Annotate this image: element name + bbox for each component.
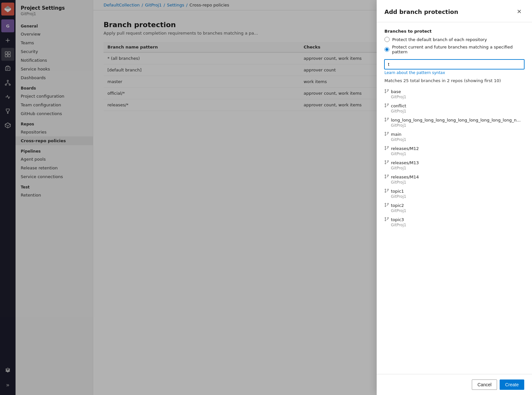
list-item: topic3 GitProj1	[384, 215, 524, 229]
modal-header: Add branch protection ✕	[377, 0, 532, 22]
branch-repo: GitProj1	[384, 152, 524, 156]
branch-name: base	[384, 89, 524, 94]
svg-point-11	[385, 104, 386, 105]
branch-icon	[384, 103, 389, 109]
svg-point-31	[385, 192, 386, 193]
branch-name: topic1	[384, 188, 524, 194]
svg-point-35	[385, 218, 386, 219]
branch-repo: GitProj1	[384, 123, 524, 128]
radio-group: Protect the default branch of each repos…	[384, 37, 524, 54]
svg-point-34	[385, 206, 386, 207]
branch-name: long_long_long_long_long_long_long_long_…	[384, 117, 524, 123]
modal-footer: Cancel Create	[377, 374, 532, 395]
branch-repo: GitProj1	[384, 180, 524, 185]
svg-point-28	[385, 177, 386, 178]
branch-icon	[384, 117, 389, 123]
svg-point-13	[385, 106, 386, 107]
svg-point-17	[385, 132, 386, 133]
svg-point-19	[385, 135, 386, 136]
pattern-input[interactable]	[384, 59, 524, 69]
modal-panel: Add branch protection ✕ Branches to prot…	[377, 0, 532, 395]
branches-section-label: Branches to protect	[384, 29, 524, 34]
branch-name: topic2	[384, 203, 524, 208]
radio-default-input[interactable]	[384, 37, 390, 42]
branch-repo: GitProj1	[384, 95, 524, 99]
svg-point-22	[385, 149, 386, 150]
branch-icon	[384, 174, 389, 180]
radio-pattern-label: Protect current and future branches matc…	[392, 45, 524, 54]
svg-point-8	[385, 90, 386, 91]
list-item: conflict GitProj1	[384, 101, 524, 115]
radio-pattern-input[interactable]	[384, 47, 389, 52]
branch-name: releases/M14	[384, 174, 524, 180]
svg-point-37	[385, 220, 386, 221]
branch-icon	[384, 146, 389, 151]
modal-close-button[interactable]: ✕	[514, 6, 524, 17]
branch-repo: GitProj1	[384, 223, 524, 227]
branch-name: releases/M12	[384, 146, 524, 151]
branch-icon	[384, 217, 389, 222]
list-item: releases/M14 GitProj1	[384, 172, 524, 187]
branch-icon	[384, 132, 389, 137]
branch-repo: GitProj1	[384, 166, 524, 170]
svg-point-25	[385, 163, 386, 164]
branch-repo: GitProj1	[384, 208, 524, 213]
radio-default-branch[interactable]: Protect the default branch of each repos…	[384, 37, 524, 42]
list-item: main GitProj1	[384, 130, 524, 144]
branch-icon	[384, 188, 389, 194]
list-item: topic1 GitProj1	[384, 187, 524, 201]
branch-name: main	[384, 132, 524, 137]
branch-icon	[384, 203, 389, 208]
svg-point-14	[385, 118, 386, 119]
branch-icon	[384, 89, 389, 94]
svg-point-32	[385, 203, 386, 204]
svg-point-26	[385, 175, 386, 176]
modal-body: Branches to protect Protect the default …	[377, 22, 532, 374]
radio-default-label: Protect the default branch of each repos…	[392, 37, 487, 42]
branch-repo: GitProj1	[384, 137, 524, 142]
branch-name: topic3	[384, 217, 524, 222]
svg-point-20	[385, 146, 386, 147]
learn-pattern-link[interactable]: Learn about the pattern syntax	[384, 70, 524, 75]
branch-repo: GitProj1	[384, 194, 524, 199]
svg-point-23	[385, 161, 386, 162]
create-button[interactable]: Create	[500, 379, 524, 390]
list-item: releases/M13 GitProj1	[384, 158, 524, 172]
list-item: releases/M12 GitProj1	[384, 144, 524, 158]
svg-point-29	[385, 189, 386, 190]
modal-overlay: Add branch protection ✕ Branches to prot…	[0, 0, 532, 395]
list-item: long_long_long_long_long_long_long_long_…	[384, 115, 524, 130]
modal-title: Add branch protection	[384, 8, 458, 15]
branch-list: base GitProj1 conflict GitProj1	[384, 87, 524, 229]
match-summary: Matches 25 total branches in 2 repos (sh…	[384, 78, 524, 83]
branch-repo: GitProj1	[384, 109, 524, 113]
list-item: topic2 GitProj1	[384, 201, 524, 215]
branch-name: conflict	[384, 103, 524, 109]
cancel-button[interactable]: Cancel	[472, 379, 497, 390]
list-item: base GitProj1	[384, 87, 524, 101]
branch-icon	[384, 160, 389, 165]
svg-point-10	[385, 92, 386, 93]
branch-name: releases/M13	[384, 160, 524, 165]
radio-pattern-branch[interactable]: Protect current and future branches matc…	[384, 45, 524, 54]
svg-point-16	[385, 121, 386, 122]
